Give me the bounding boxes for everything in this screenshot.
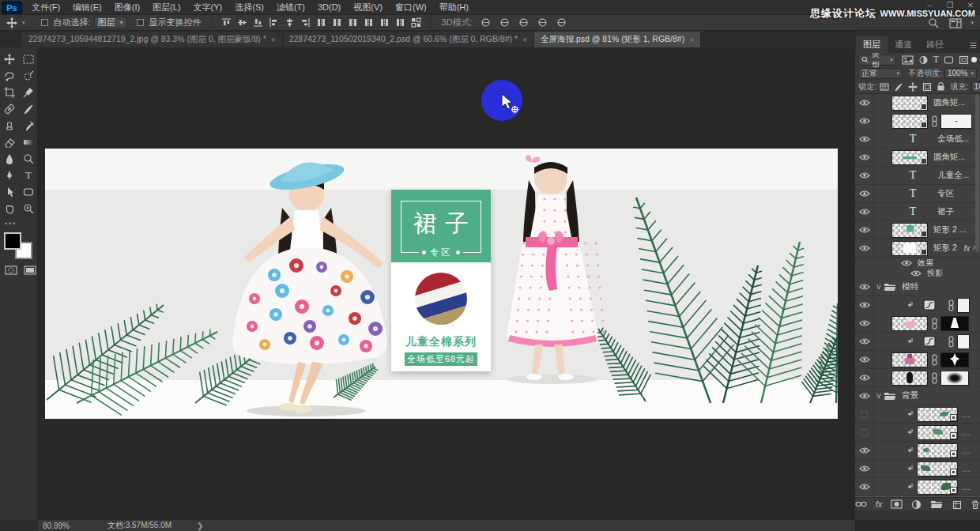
menu-5[interactable]: 文字(Y): [187, 0, 229, 14]
document-tab-1[interactable]: 22874273_105944812719_2.jpg @ 83.3% (图层 …: [22, 32, 283, 47]
3d-roll-icon[interactable]: [498, 17, 512, 29]
filter-shape-icon[interactable]: [944, 55, 954, 65]
filter-pixel-icon[interactable]: [902, 55, 914, 65]
layer-visibility-toggle[interactable]: [855, 94, 874, 111]
align-right-icon[interactable]: [299, 17, 313, 29]
3d-slide-icon[interactable]: [536, 17, 550, 29]
layer-mask-thumbnail[interactable]: [940, 316, 969, 331]
layer-visibility-toggle[interactable]: [855, 203, 874, 220]
layer-filter-dropdown[interactable]: 类型▾: [858, 55, 896, 66]
price-button[interactable]: 全场低至68元起: [405, 352, 477, 366]
layer-thumbnail[interactable]: [891, 96, 928, 111]
new-layer-icon[interactable]: [952, 499, 962, 510]
layer-thumbnail[interactable]: [891, 316, 928, 331]
auto-align-icon[interactable]: [409, 17, 424, 29]
layer-visibility-toggle[interactable]: [855, 369, 874, 386]
new-adjustment-icon[interactable]: [911, 499, 922, 510]
layer-effect-row[interactable]: 投影: [855, 268, 980, 278]
layer-row[interactable]: -: [855, 112, 980, 130]
dodge-tool[interactable]: [19, 150, 38, 167]
layer-thumbnail[interactable]: [891, 150, 928, 165]
text-layer-icon[interactable]: T: [906, 169, 920, 182]
add-mask-icon[interactable]: [891, 499, 903, 509]
lock-artboard-icon[interactable]: [922, 82, 932, 92]
layer-row[interactable]: T儿童全...: [855, 167, 980, 185]
menu-2[interactable]: 编辑(E): [66, 0, 108, 14]
poster-canvas[interactable]: 裙子 专区: [45, 149, 838, 419]
move-tool-preset-icon[interactable]: [5, 17, 19, 29]
link-layers-icon[interactable]: [855, 501, 867, 507]
layer-thumbnail[interactable]: [891, 241, 928, 256]
layer-visibility-toggle[interactable]: [855, 221, 874, 239]
brush-tool[interactable]: [19, 100, 38, 117]
opacity-dropdown[interactable]: 100%▾: [944, 68, 977, 79]
eyedrop-tool[interactable]: [19, 84, 38, 100]
panel-tab-3[interactable]: 路径: [919, 36, 951, 53]
adjustment-layer-icon[interactable]: [923, 336, 936, 347]
layer-thumbnail[interactable]: [917, 425, 958, 440]
filter-smart-icon[interactable]: [959, 55, 969, 65]
layer-row[interactable]: ...: [855, 405, 980, 424]
auto-select-checkbox[interactable]: [41, 19, 48, 26]
align-bottom-icon[interactable]: [251, 17, 266, 29]
effect-visibility-eye-icon[interactable]: [901, 259, 912, 267]
layer-row[interactable]: ...: [855, 424, 980, 442]
layer-thumbnail[interactable]: [917, 461, 958, 476]
foreground-color-swatch[interactable]: [4, 232, 21, 250]
marquee-tool[interactable]: [19, 51, 38, 67]
layer-mask-thumbnail[interactable]: [957, 334, 970, 349]
menu-1[interactable]: 文件(F): [25, 0, 66, 14]
layer-thumbnail[interactable]: [917, 443, 958, 458]
filter-toggle-icon[interactable]: [971, 57, 977, 62]
dist-right-icon[interactable]: [394, 17, 408, 29]
gradient-tool[interactable]: [19, 134, 38, 150]
tab-close-icon[interactable]: ×: [522, 36, 527, 44]
layer-row[interactable]: 矩形 2fxᐱ: [855, 239, 980, 258]
layer-row[interactable]: [855, 333, 980, 351]
layer-visibility-toggle[interactable]: [855, 478, 874, 495]
3d-drag-icon[interactable]: [517, 17, 531, 29]
auto-select-dropdown[interactable]: 图层▾: [94, 17, 127, 28]
layer-visibility-toggle[interactable]: [855, 185, 874, 202]
quick-mask-icon[interactable]: [5, 266, 17, 275]
shape-tool[interactable]: [19, 183, 38, 200]
layer-mask-thumbnail[interactable]: [940, 371, 969, 386]
text-layer-icon[interactable]: T: [906, 187, 920, 200]
dist-vcenter-icon[interactable]: [330, 17, 345, 29]
dist-left-icon[interactable]: [362, 17, 376, 29]
hand-tool[interactable]: [0, 200, 19, 217]
crop-tool[interactable]: [0, 84, 19, 100]
layer-visibility-toggle[interactable]: [855, 239, 874, 257]
lock-position-icon[interactable]: [908, 82, 918, 92]
lasso-tool[interactable]: [0, 67, 19, 84]
layer-row[interactable]: ...: [855, 478, 980, 496]
layer-row[interactable]: [855, 296, 980, 314]
menu-4[interactable]: 图层(L): [146, 0, 187, 14]
layer-visibility-toggle[interactable]: [855, 149, 874, 166]
zoom-level-field[interactable]: 80.99%: [43, 522, 70, 530]
layer-visibility-toggle[interactable]: [855, 314, 874, 332]
align-hcenter-icon[interactable]: [283, 17, 297, 29]
align-vcenter-icon[interactable]: [236, 17, 250, 29]
screen-mode-icon[interactable]: [24, 266, 36, 275]
tab-close-icon[interactable]: ×: [689, 36, 694, 44]
layer-row[interactable]: [855, 314, 980, 333]
layer-thumbnail[interactable]: [891, 223, 928, 238]
layer-group-row[interactable]: ᐯ模特: [855, 278, 980, 296]
color-swatches[interactable]: [4, 232, 32, 259]
layer-visibility-toggle[interactable]: [855, 460, 874, 477]
layer-visibility-toggle[interactable]: [855, 333, 874, 350]
layer-row[interactable]: 矩形 1: [855, 496, 980, 497]
layer-thumbnail[interactable]: [891, 114, 928, 129]
menu-10[interactable]: 窗口(W): [389, 0, 433, 14]
filter-adjustment-icon[interactable]: [918, 55, 929, 65]
group-collapse-caret-icon[interactable]: ᐯ: [874, 284, 884, 291]
adjustment-layer-icon[interactable]: [923, 299, 936, 311]
blur-tool[interactable]: [0, 150, 19, 167]
dist-top-icon[interactable]: [315, 17, 329, 29]
menu-11[interactable]: 帮助(H): [433, 0, 475, 14]
preset-caret-icon[interactable]: ▾: [22, 20, 25, 26]
document-tab-2[interactable]: 22874273_110502019340_2.psd @ 60.6% (图层 …: [283, 32, 534, 47]
zoom-tool[interactable]: [19, 200, 38, 217]
type-tool[interactable]: T: [19, 167, 38, 183]
